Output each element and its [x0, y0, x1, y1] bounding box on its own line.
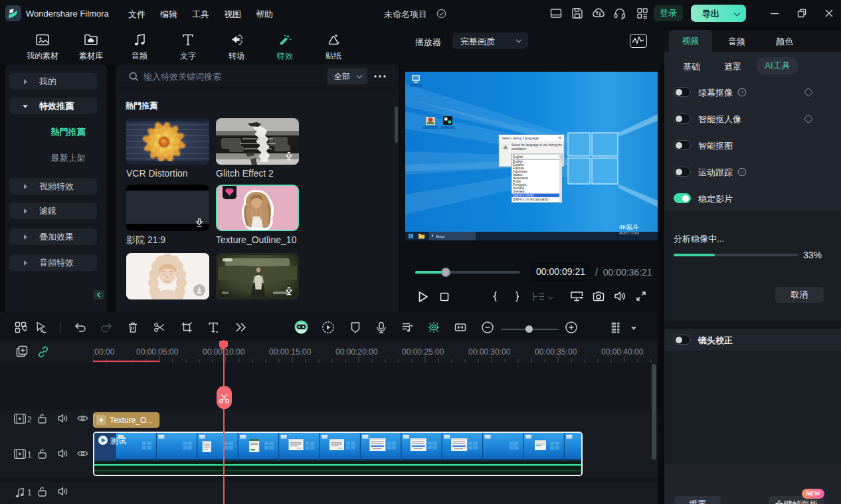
svg-text:Svenska: Svenska: [513, 190, 525, 193]
svg-text:Setup: Setup: [436, 234, 444, 238]
svg-text:English: English: [513, 155, 523, 159]
svg-text:?: ?: [741, 90, 744, 96]
svg-text:?: ?: [741, 169, 744, 175]
svg-text:测试: 测试: [110, 436, 126, 446]
svg-text:4K乱斗: 4K乱斗: [619, 224, 639, 230]
svg-text:Select Setup Language: Select Setup Language: [502, 136, 539, 140]
svg-text:4KBT.COM: 4KBT.COM: [619, 231, 639, 235]
svg-text:繁體中文 (台湾特别行政區): 繁體中文 (台湾特别行政區): [513, 197, 549, 202]
svg-text:Select the language to use dur: Select the language to use during the: [512, 143, 563, 147]
svg-text:简体中文 (中国): 简体中文 (中国): [513, 194, 534, 197]
svg-text:installation:: installation:: [512, 147, 527, 151]
